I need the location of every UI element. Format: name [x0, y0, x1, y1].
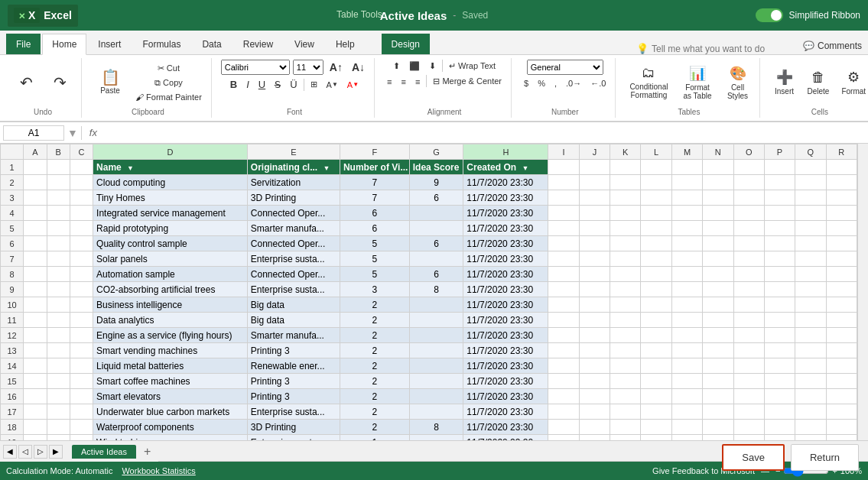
cell-b18[interactable]: [47, 420, 70, 435]
tab-home[interactable]: Home: [42, 34, 86, 55]
cell-a2[interactable]: [24, 175, 47, 190]
cell-m3[interactable]: [671, 190, 702, 206]
cell-h9[interactable]: 11/7/2020 23:30: [463, 282, 548, 297]
vertical-scrollbar[interactable]: [857, 144, 868, 440]
cell-h7[interactable]: 11/7/2020 23:30: [463, 251, 548, 267]
cell-d14[interactable]: Liquid metal batteries: [93, 358, 248, 374]
cell-o6[interactable]: [733, 236, 764, 251]
cell-m19[interactable]: [671, 435, 702, 441]
cell-k1[interactable]: [610, 160, 641, 175]
cell-q15[interactable]: [795, 374, 826, 389]
cell-f5[interactable]: 6: [340, 221, 409, 236]
cell-b5[interactable]: [47, 221, 70, 236]
cell-d15[interactable]: Smart coffee machines: [93, 374, 248, 389]
cell-l10[interactable]: [641, 297, 671, 313]
cell-f4[interactable]: 6: [340, 206, 409, 221]
cell-e19[interactable]: Enterprise susta...: [247, 435, 340, 441]
cell-i17[interactable]: [548, 404, 579, 420]
cell-e10[interactable]: Big data: [247, 297, 340, 313]
cell-l14[interactable]: [641, 358, 671, 374]
cell-j17[interactable]: [579, 404, 610, 420]
cell-g13[interactable]: [409, 343, 463, 358]
cell-n11[interactable]: [703, 313, 733, 328]
cell-c14[interactable]: [70, 358, 93, 374]
cell-k3[interactable]: [610, 190, 641, 206]
cell-n9[interactable]: [703, 282, 733, 297]
cell-f6[interactable]: 5: [340, 236, 409, 251]
cell-c2[interactable]: [70, 175, 93, 190]
cell-n17[interactable]: [703, 404, 733, 420]
cell-i10[interactable]: [548, 297, 579, 313]
cell-m9[interactable]: [671, 282, 702, 297]
cell-m13[interactable]: [671, 343, 702, 358]
cell-b7[interactable]: [47, 251, 70, 267]
col-o[interactable]: O: [733, 144, 764, 160]
cell-d8[interactable]: Automation sample: [93, 267, 248, 282]
cell-o2[interactable]: [733, 175, 764, 190]
cell-o9[interactable]: [733, 282, 764, 297]
cell-i18[interactable]: [548, 420, 579, 435]
cell-r12[interactable]: [826, 328, 857, 343]
cell-l5[interactable]: [641, 221, 671, 236]
cell-b1[interactable]: [47, 160, 70, 175]
cell-h14[interactable]: 11/7/2020 23:30: [463, 358, 548, 374]
sheet-nav-prev2[interactable]: ◁: [18, 445, 32, 459]
cell-p2[interactable]: [764, 175, 795, 190]
cell-q6[interactable]: [795, 236, 826, 251]
cell-q16[interactable]: [795, 389, 826, 404]
cell-m14[interactable]: [671, 358, 702, 374]
cell-k12[interactable]: [610, 328, 641, 343]
cell-l8[interactable]: [641, 267, 671, 282]
col-r[interactable]: R: [826, 144, 857, 160]
formula-input[interactable]: [105, 128, 865, 138]
cell-r2[interactable]: [826, 175, 857, 190]
cell-k10[interactable]: [610, 297, 641, 313]
cell-o15[interactable]: [733, 374, 764, 389]
cell-h16[interactable]: 11/7/2020 23:30: [463, 389, 548, 404]
cell-d12[interactable]: Engine as a service (flying hours): [93, 328, 248, 343]
cell-b10[interactable]: [47, 297, 70, 313]
cell-j12[interactable]: [579, 328, 610, 343]
cell-f2[interactable]: 7: [340, 175, 409, 190]
cell-h1[interactable]: Created On ▼: [463, 160, 548, 175]
cell-p6[interactable]: [764, 236, 795, 251]
cell-p9[interactable]: [764, 282, 795, 297]
cell-l18[interactable]: [641, 420, 671, 435]
cell-r18[interactable]: [826, 420, 857, 435]
cell-m6[interactable]: [671, 236, 702, 251]
cell-d9[interactable]: CO2-absorbing artificial trees: [93, 282, 248, 297]
cell-d13[interactable]: Smart vending machines: [93, 343, 248, 358]
cell-n15[interactable]: [703, 374, 733, 389]
cell-m18[interactable]: [671, 420, 702, 435]
col-l[interactable]: L: [641, 144, 671, 160]
cell-a1[interactable]: [24, 160, 47, 175]
tab-view[interactable]: View: [284, 34, 324, 54]
cell-o4[interactable]: [733, 206, 764, 221]
cell-o5[interactable]: [733, 221, 764, 236]
cell-r11[interactable]: [826, 313, 857, 328]
wrap-text-button[interactable]: ↵ Wrap Text: [446, 60, 499, 73]
format-painter-button[interactable]: 🖌 Format Painter: [132, 91, 205, 103]
cell-l6[interactable]: [641, 236, 671, 251]
cell-m8[interactable]: [671, 267, 702, 282]
cell-i6[interactable]: [548, 236, 579, 251]
cell-f9[interactable]: 3: [340, 282, 409, 297]
cell-m7[interactable]: [671, 251, 702, 267]
cell-c4[interactable]: [70, 206, 93, 221]
cell-d3[interactable]: Tiny Homes: [93, 190, 248, 206]
cell-j15[interactable]: [579, 374, 610, 389]
cell-h6[interactable]: 11/7/2020 23:30: [463, 236, 548, 251]
cell-h5[interactable]: 11/7/2020 23:30: [463, 221, 548, 236]
tell-me-box[interactable]: 💡: [636, 43, 789, 54]
cell-g1[interactable]: Idea Score ▼: [409, 160, 463, 175]
decrease-decimal-button[interactable]: ←.0: [587, 77, 609, 89]
col-k[interactable]: K: [610, 144, 641, 160]
cell-a6[interactable]: [24, 236, 47, 251]
tab-file[interactable]: File: [6, 34, 41, 54]
cell-o1[interactable]: [733, 160, 764, 175]
cell-j7[interactable]: [579, 251, 610, 267]
cell-b11[interactable]: [47, 313, 70, 328]
cell-n14[interactable]: [703, 358, 733, 374]
cell-l11[interactable]: [641, 313, 671, 328]
cell-m4[interactable]: [671, 206, 702, 221]
